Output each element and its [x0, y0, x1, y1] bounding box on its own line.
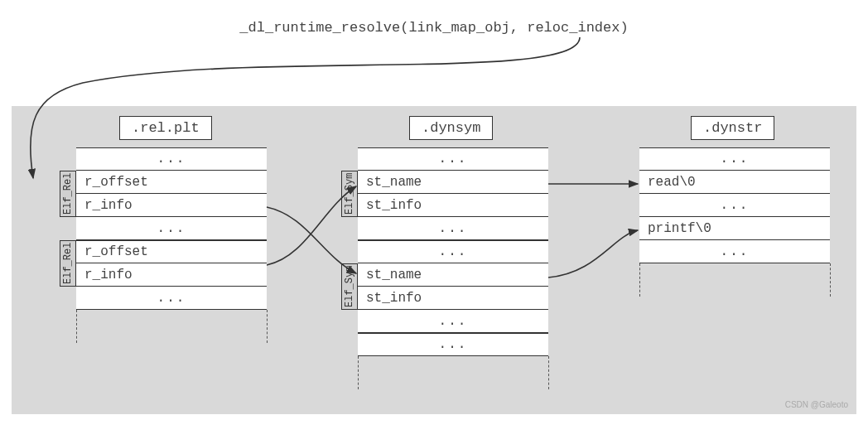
table-row: ... — [639, 147, 830, 171]
table-row: read\0 — [639, 171, 830, 194]
table-row: ... — [76, 217, 267, 240]
elf-rel-tag-1: Elf_Rel — [60, 171, 76, 217]
relplt-table-2: r_offset r_info ... — [76, 240, 267, 310]
dynsym-title: .dynsym — [409, 116, 493, 140]
function-call-title: _dl_runtime_resolve(link_map_obj, reloc_… — [239, 20, 628, 36]
relplt-title: .rel.plt — [119, 116, 212, 140]
table-row: ... — [76, 147, 267, 171]
table-row: st_info — [358, 287, 548, 310]
diagram-background: .rel.plt ... r_offset r_info ... Elf_Rel… — [12, 106, 856, 414]
table-row: ... — [358, 240, 548, 263]
table-row: r_offset — [76, 171, 267, 194]
table-row: r_offset — [76, 240, 267, 263]
dynsym-table-2: ... st_name st_info ... — [358, 240, 548, 333]
dynsym-table-3: ... — [358, 333, 548, 356]
table-row: ... — [358, 333, 548, 356]
table-row: st_info — [358, 194, 548, 217]
table-row: st_name — [358, 263, 548, 287]
dash-line — [548, 356, 549, 389]
table-row: r_info — [76, 263, 267, 287]
relplt-table-1: ... r_offset r_info ... — [76, 147, 267, 240]
dash-line — [76, 310, 77, 343]
dash-line — [639, 263, 640, 297]
elf-rel-tag-2: Elf_Rel — [60, 240, 76, 287]
elf-sym-tag-1: Elf_Sym — [341, 171, 358, 217]
table-row: printf\0 — [639, 217, 830, 240]
table-row: r_info — [76, 194, 267, 217]
table-row: ... — [639, 194, 830, 217]
table-row: ... — [358, 217, 548, 240]
dash-line — [267, 310, 268, 343]
table-row: ... — [358, 147, 548, 171]
dash-line — [830, 263, 831, 297]
dynstr-title: .dynstr — [691, 116, 774, 140]
dash-line — [358, 356, 359, 389]
table-row: ... — [76, 287, 267, 310]
dynsym-table-1: ... st_name st_info ... — [358, 147, 548, 240]
table-row: st_name — [358, 171, 548, 194]
elf-sym-tag-2: Elf_Sym — [341, 263, 358, 310]
table-row: ... — [639, 240, 830, 263]
dynstr-table: ... read\0 ... printf\0 ... — [639, 147, 830, 263]
table-row: ... — [358, 310, 548, 333]
watermark: CSDN @Galeoto — [785, 400, 848, 409]
